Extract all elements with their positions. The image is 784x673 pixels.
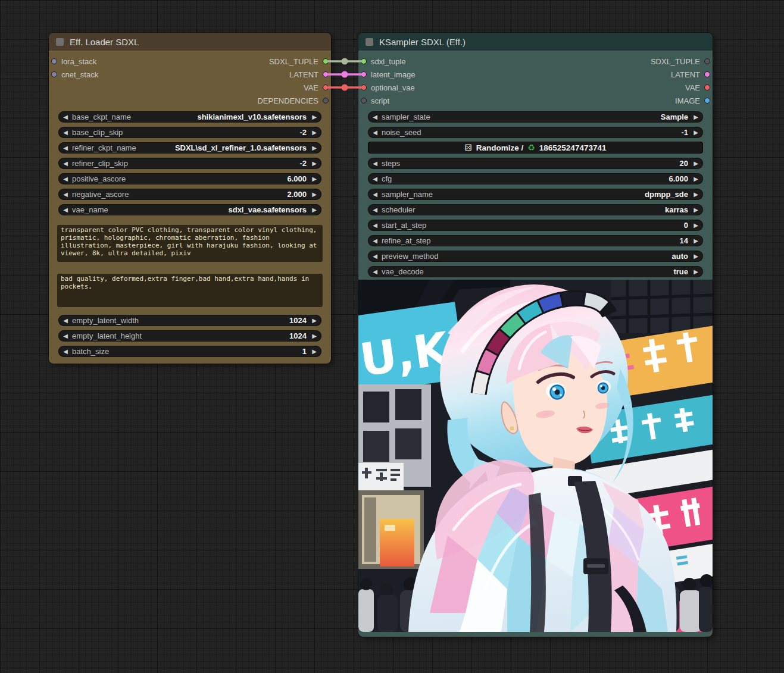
widget-negative-ascore[interactable]: ◀ negative_ascore 2.000 ▶ xyxy=(58,189,321,200)
decrement-arrow-icon[interactable]: ◀ xyxy=(371,114,379,120)
widget-refiner-clip-skip[interactable]: ◀ refiner_clip_skip -2 ▶ xyxy=(58,158,321,169)
decrement-arrow-icon[interactable]: ◀ xyxy=(371,222,379,228)
negative-prompt-textarea[interactable]: bad quality, deformed,extra finger,bad h… xyxy=(57,274,323,307)
increment-arrow-icon[interactable]: ▶ xyxy=(692,206,700,213)
randomize-seed-button[interactable]: ⚄ Randomize / ♻ 186525247473741 xyxy=(368,142,703,154)
increment-arrow-icon[interactable]: ▶ xyxy=(692,222,700,228)
positive-prompt-textarea[interactable]: transparent color PVC clothing, transpar… xyxy=(57,225,323,262)
ports-section: sdxl_tuple SDXL_TUPLE latent_image LATEN… xyxy=(358,51,713,107)
output-port-dot[interactable] xyxy=(323,98,329,104)
decrement-arrow-icon[interactable]: ◀ xyxy=(61,317,70,324)
widget-refine-at-step[interactable]: ◀ refine_at_step 14 ▶ xyxy=(368,235,703,246)
node-eff-loader-sdxl[interactable]: Eff. Loader SDXL lora_stack SDXL_TUPLE c… xyxy=(49,33,331,364)
sign-left-white xyxy=(358,463,404,490)
widget-label: start_at_step xyxy=(382,221,426,230)
node-graph-canvas[interactable]: { "icons": { "arrow_left": "◀", "arrow_r… xyxy=(0,0,784,673)
increment-arrow-icon[interactable]: ▶ xyxy=(310,129,318,136)
increment-arrow-icon[interactable]: ▶ xyxy=(692,253,700,259)
collapse-icon[interactable] xyxy=(56,38,64,46)
collapse-icon[interactable] xyxy=(366,38,373,46)
input-port-dot[interactable] xyxy=(361,98,367,104)
decrement-arrow-icon[interactable]: ◀ xyxy=(371,129,379,136)
widget-empty-latent-width[interactable]: ◀ empty_latent_width 1024 ▶ xyxy=(58,315,321,326)
widget-preview-method[interactable]: ◀ preview_method auto ▶ xyxy=(368,251,703,262)
increment-arrow-icon[interactable]: ▶ xyxy=(310,191,318,198)
increment-arrow-icon[interactable]: ▶ xyxy=(692,176,700,182)
decrement-arrow-icon[interactable]: ◀ xyxy=(61,145,70,151)
widget-base-ckpt-name[interactable]: ◀ base_ckpt_name shikianimexl_v10.safete… xyxy=(58,111,321,123)
decrement-arrow-icon[interactable]: ◀ xyxy=(61,206,70,213)
widget-positive-ascore[interactable]: ◀ positive_ascore 6.000 ▶ xyxy=(58,173,321,184)
widget-empty-latent-height[interactable]: ◀ empty_latent_height 1024 ▶ xyxy=(58,330,321,342)
widget-start-at-step[interactable]: ◀ start_at_step 0 ▶ xyxy=(368,220,703,231)
widget-label: cfg xyxy=(382,174,392,183)
decrement-arrow-icon[interactable]: ◀ xyxy=(371,268,379,275)
widget-cfg[interactable]: ◀ cfg 6.000 ▶ xyxy=(368,173,703,184)
output-port-dot[interactable] xyxy=(704,58,710,64)
increment-arrow-icon[interactable]: ▶ xyxy=(310,348,318,355)
increment-arrow-icon[interactable]: ▶ xyxy=(310,333,318,339)
decrement-arrow-icon[interactable]: ◀ xyxy=(61,176,70,182)
widget-scheduler[interactable]: ◀ scheduler karras ▶ xyxy=(368,204,703,215)
decrement-arrow-icon[interactable]: ◀ xyxy=(371,237,379,244)
output-port-dot[interactable] xyxy=(704,98,710,104)
increment-arrow-icon[interactable]: ▶ xyxy=(310,145,318,151)
increment-arrow-icon[interactable]: ▶ xyxy=(692,160,700,167)
decrement-arrow-icon[interactable]: ◀ xyxy=(371,176,379,182)
decrement-arrow-icon[interactable]: ◀ xyxy=(371,253,379,259)
widget-base-clip-skip[interactable]: ◀ base_clip_skip -2 ▶ xyxy=(58,127,321,138)
link-midpoint-dot[interactable] xyxy=(342,84,348,91)
output-port-dot[interactable] xyxy=(323,71,329,77)
node-title-bar[interactable]: KSampler SDXL (Eff.) xyxy=(358,33,713,51)
decrement-arrow-icon[interactable]: ◀ xyxy=(61,333,70,339)
widget-value: Sample xyxy=(661,112,688,121)
input-port-dot[interactable] xyxy=(51,71,57,77)
increment-arrow-icon[interactable]: ▶ xyxy=(310,176,318,182)
decrement-arrow-icon[interactable]: ◀ xyxy=(61,114,70,120)
increment-arrow-icon[interactable]: ▶ xyxy=(692,268,700,275)
widget-value: karras xyxy=(665,205,688,214)
widget-vae-name[interactable]: ◀ vae_name sdxl_vae.safetensors ▶ xyxy=(58,204,321,215)
increment-arrow-icon[interactable]: ▶ xyxy=(310,317,318,324)
widget-sampler-state[interactable]: ◀ sampler_state Sample ▶ xyxy=(368,111,703,123)
input-port-label: sdxl_tuple xyxy=(371,57,406,66)
output-port-dot[interactable] xyxy=(323,58,329,64)
dice-icon: ⚄ xyxy=(465,143,472,152)
increment-arrow-icon[interactable]: ▶ xyxy=(692,237,700,244)
decrement-arrow-icon[interactable]: ◀ xyxy=(61,348,70,355)
decrement-arrow-icon[interactable]: ◀ xyxy=(61,191,70,198)
increment-arrow-icon[interactable]: ▶ xyxy=(310,206,318,213)
decrement-arrow-icon[interactable]: ◀ xyxy=(371,206,379,213)
widget-noise-seed[interactable]: ◀ noise_seed -1 ▶ xyxy=(368,127,703,138)
widget-label: empty_latent_width xyxy=(72,316,139,325)
widget-vae-decode[interactable]: ◀ vae_decode true ▶ xyxy=(368,266,703,277)
decrement-arrow-icon[interactable]: ◀ xyxy=(61,160,70,167)
output-port-dot[interactable] xyxy=(704,71,710,77)
link-midpoint-dot[interactable] xyxy=(342,58,348,65)
increment-arrow-icon[interactable]: ▶ xyxy=(692,114,700,120)
widget-refiner-ckpt-name[interactable]: ◀ refiner_ckpt_name SDXL\sd_xl_refiner_1… xyxy=(58,142,321,154)
input-port-dot[interactable] xyxy=(51,58,57,64)
increment-arrow-icon[interactable]: ▶ xyxy=(310,160,318,167)
decrement-arrow-icon[interactable]: ◀ xyxy=(371,160,379,167)
widget-sampler-name[interactable]: ◀ sampler_name dpmpp_sde ▶ xyxy=(368,189,703,200)
increment-arrow-icon[interactable]: ▶ xyxy=(692,129,700,136)
input-port-dot[interactable] xyxy=(361,58,367,64)
output-port-label: DEPENDENCIES xyxy=(257,96,318,105)
decrement-arrow-icon[interactable]: ◀ xyxy=(61,129,70,136)
widget-label: noise_seed xyxy=(382,128,421,137)
output-port-dot[interactable] xyxy=(323,84,329,90)
decrement-arrow-icon[interactable]: ◀ xyxy=(371,191,379,198)
input-port-dot[interactable] xyxy=(361,84,367,90)
node-title-bar[interactable]: Eff. Loader SDXL xyxy=(49,33,331,51)
widget-steps[interactable]: ◀ steps 20 ▶ xyxy=(368,158,703,169)
increment-arrow-icon[interactable]: ▶ xyxy=(692,191,700,198)
widget-batch-size[interactable]: ◀ batch_size 1 ▶ xyxy=(58,346,321,357)
input-port-dot[interactable] xyxy=(361,71,367,77)
widget-value: 2.000 xyxy=(287,190,307,199)
link-midpoint-dot[interactable] xyxy=(342,71,348,78)
node-ksampler-sdxl[interactable]: KSampler SDXL (Eff.) sdxl_tuple SDXL_TUP… xyxy=(358,33,713,637)
widget-label: scheduler xyxy=(382,205,415,214)
output-port-dot[interactable] xyxy=(704,84,710,90)
increment-arrow-icon[interactable]: ▶ xyxy=(310,114,318,120)
